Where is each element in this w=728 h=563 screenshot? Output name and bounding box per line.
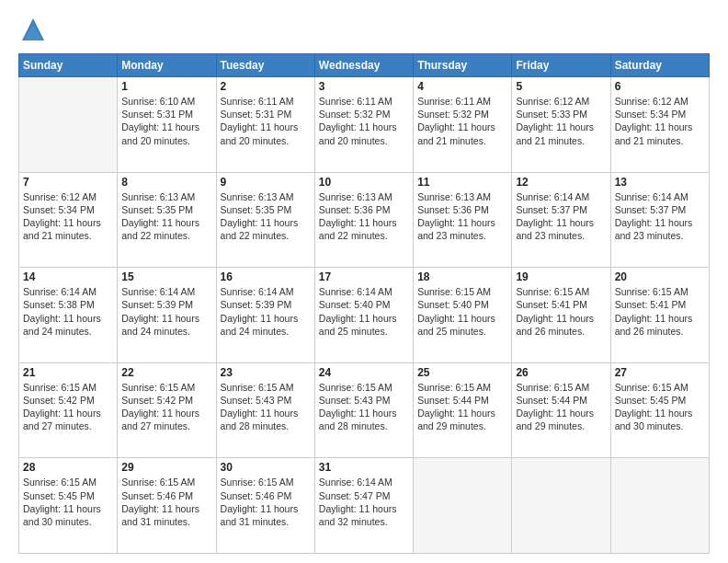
day-number: 16 [221,270,311,283]
day-info: Sunrise: 6:14 AMSunset: 5:37 PMDaylight:… [615,190,705,243]
week-row-5: 28Sunrise: 6:15 AMSunset: 5:45 PMDayligh… [19,458,710,554]
day-cell: 27Sunrise: 6:15 AMSunset: 5:45 PMDayligh… [610,362,709,458]
day-number: 1 [121,80,211,93]
day-number: 29 [121,461,211,474]
day-cell: 14Sunrise: 6:14 AMSunset: 5:38 PMDayligh… [19,268,118,363]
day-cell: 23Sunrise: 6:15 AMSunset: 5:43 PMDayligh… [216,362,314,458]
day-info: Sunrise: 6:15 AMSunset: 5:42 PMDaylight:… [23,381,113,433]
day-number: 5 [516,80,606,93]
day-number: 21 [23,366,113,379]
day-info: Sunrise: 6:15 AMSunset: 5:44 PMDaylight:… [516,381,606,433]
week-row-3: 14Sunrise: 6:14 AMSunset: 5:38 PMDayligh… [19,268,710,363]
day-cell: 6Sunrise: 6:12 AMSunset: 5:34 PMDaylight… [610,77,709,173]
day-number: 27 [615,366,705,379]
day-cell [414,458,512,554]
logo [18,15,51,44]
day-cell: 8Sunrise: 6:13 AMSunset: 5:35 PMDaylight… [118,172,216,268]
header-day-sunday: Sunday [19,54,118,77]
week-row-1: 1Sunrise: 6:10 AMSunset: 5:31 PMDaylight… [19,77,710,173]
day-cell: 20Sunrise: 6:15 AMSunset: 5:41 PMDayligh… [610,268,709,363]
day-info: Sunrise: 6:11 AMSunset: 5:31 PMDaylight:… [221,95,311,147]
day-info: Sunrise: 6:13 AMSunset: 5:36 PMDaylight:… [319,190,409,243]
day-cell: 5Sunrise: 6:12 AMSunset: 5:33 PMDaylight… [512,77,610,173]
header [18,15,710,44]
day-number: 23 [221,366,311,379]
day-info: Sunrise: 6:15 AMSunset: 5:41 PMDaylight:… [615,285,705,338]
day-info: Sunrise: 6:14 AMSunset: 5:39 PMDaylight:… [221,285,311,338]
day-cell: 4Sunrise: 6:11 AMSunset: 5:32 PMDaylight… [414,77,512,173]
week-row-2: 7Sunrise: 6:12 AMSunset: 5:34 PMDaylight… [19,172,710,268]
day-cell: 12Sunrise: 6:14 AMSunset: 5:37 PMDayligh… [512,172,610,268]
day-number: 7 [23,176,113,189]
day-cell: 22Sunrise: 6:15 AMSunset: 5:42 PMDayligh… [118,362,216,458]
day-number: 17 [319,270,409,283]
day-cell: 3Sunrise: 6:11 AMSunset: 5:32 PMDaylight… [314,77,413,173]
day-cell: 25Sunrise: 6:15 AMSunset: 5:44 PMDayligh… [414,362,512,458]
day-cell: 30Sunrise: 6:15 AMSunset: 5:46 PMDayligh… [216,458,314,554]
day-number: 10 [319,176,409,189]
day-info: Sunrise: 6:14 AMSunset: 5:39 PMDaylight:… [121,285,211,338]
day-number: 4 [417,80,507,93]
day-cell [512,458,610,554]
day-info: Sunrise: 6:14 AMSunset: 5:40 PMDaylight:… [319,285,409,338]
day-cell: 18Sunrise: 6:15 AMSunset: 5:40 PMDayligh… [414,268,512,363]
day-number: 26 [516,366,606,379]
day-cell: 16Sunrise: 6:14 AMSunset: 5:39 PMDayligh… [216,268,314,363]
day-cell: 13Sunrise: 6:14 AMSunset: 5:37 PMDayligh… [610,172,709,268]
day-info: Sunrise: 6:15 AMSunset: 5:40 PMDaylight:… [417,285,507,338]
day-number: 25 [417,366,507,379]
day-info: Sunrise: 6:15 AMSunset: 5:46 PMDaylight:… [121,476,211,528]
day-number: 20 [615,270,705,283]
day-cell: 29Sunrise: 6:15 AMSunset: 5:46 PMDayligh… [118,458,216,554]
day-cell: 17Sunrise: 6:14 AMSunset: 5:40 PMDayligh… [314,268,413,363]
day-info: Sunrise: 6:15 AMSunset: 5:46 PMDaylight:… [221,476,311,528]
day-info: Sunrise: 6:12 AMSunset: 5:34 PMDaylight:… [23,190,113,243]
day-info: Sunrise: 6:12 AMSunset: 5:33 PMDaylight:… [516,95,606,147]
logo-icon [18,15,48,44]
day-cell: 1Sunrise: 6:10 AMSunset: 5:31 PMDaylight… [118,77,216,173]
day-number: 14 [23,270,113,283]
day-number: 19 [516,270,606,283]
day-number: 6 [615,80,705,93]
day-cell: 21Sunrise: 6:15 AMSunset: 5:42 PMDayligh… [19,362,118,458]
day-cell: 24Sunrise: 6:15 AMSunset: 5:43 PMDayligh… [314,362,413,458]
day-cell: 9Sunrise: 6:13 AMSunset: 5:35 PMDaylight… [216,172,314,268]
day-info: Sunrise: 6:13 AMSunset: 5:35 PMDaylight:… [121,190,211,243]
day-number: 9 [221,176,311,189]
day-info: Sunrise: 6:15 AMSunset: 5:43 PMDaylight:… [319,381,409,433]
header-day-friday: Friday [512,54,610,77]
day-cell: 7Sunrise: 6:12 AMSunset: 5:34 PMDaylight… [19,172,118,268]
day-info: Sunrise: 6:14 AMSunset: 5:38 PMDaylight:… [23,285,113,338]
header-day-saturday: Saturday [610,54,709,77]
calendar-header-row: SundayMondayTuesdayWednesdayThursdayFrid… [19,54,710,77]
day-info: Sunrise: 6:15 AMSunset: 5:42 PMDaylight:… [121,381,211,433]
day-cell [610,458,709,554]
day-info: Sunrise: 6:11 AMSunset: 5:32 PMDaylight:… [417,95,507,147]
day-info: Sunrise: 6:15 AMSunset: 5:45 PMDaylight:… [23,476,113,528]
day-cell: 31Sunrise: 6:14 AMSunset: 5:47 PMDayligh… [314,458,413,554]
day-cell [19,77,118,173]
day-number: 18 [417,270,507,283]
day-info: Sunrise: 6:13 AMSunset: 5:36 PMDaylight:… [417,190,507,243]
day-number: 30 [221,461,311,474]
day-number: 24 [319,366,409,379]
header-day-wednesday: Wednesday [314,54,413,77]
day-info: Sunrise: 6:15 AMSunset: 5:43 PMDaylight:… [221,381,311,433]
day-number: 12 [516,176,606,189]
day-number: 28 [23,461,113,474]
day-number: 15 [121,270,211,283]
header-day-tuesday: Tuesday [216,54,314,77]
day-number: 31 [319,461,409,474]
day-cell: 19Sunrise: 6:15 AMSunset: 5:41 PMDayligh… [512,268,610,363]
header-day-thursday: Thursday [414,54,512,77]
day-info: Sunrise: 6:11 AMSunset: 5:32 PMDaylight:… [319,95,409,147]
day-number: 11 [417,176,507,189]
day-number: 8 [121,176,211,189]
day-cell: 2Sunrise: 6:11 AMSunset: 5:31 PMDaylight… [216,77,314,173]
day-info: Sunrise: 6:15 AMSunset: 5:44 PMDaylight:… [417,381,507,433]
day-number: 3 [319,80,409,93]
day-info: Sunrise: 6:10 AMSunset: 5:31 PMDaylight:… [121,95,211,147]
day-info: Sunrise: 6:15 AMSunset: 5:41 PMDaylight:… [516,285,606,338]
day-cell: 26Sunrise: 6:15 AMSunset: 5:44 PMDayligh… [512,362,610,458]
day-info: Sunrise: 6:13 AMSunset: 5:35 PMDaylight:… [221,190,311,243]
